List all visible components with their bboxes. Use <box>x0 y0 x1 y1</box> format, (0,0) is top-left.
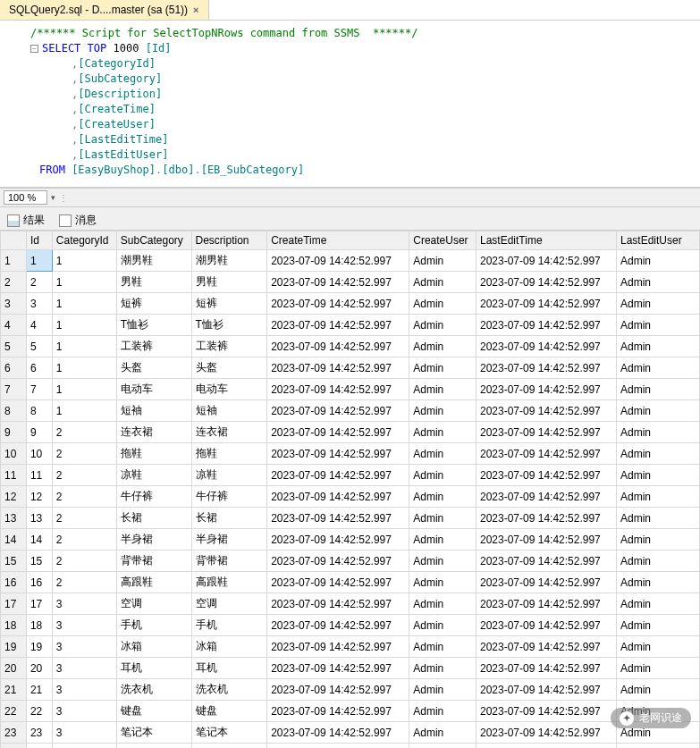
cell-id[interactable]: 22 <box>26 701 52 722</box>
cell-lastedittime[interactable]: 2023-07-09 14:42:52.997 <box>476 529 616 550</box>
row-header[interactable]: 17 <box>1 593 27 615</box>
cell-id[interactable]: 14 <box>26 529 52 550</box>
column-header-subcategory[interactable]: SubCategory <box>116 231 191 250</box>
table-row[interactable]: 19193冰箱冰箱2023-07-09 14:42:52.997Admin202… <box>1 636 700 658</box>
cell-description[interactable]: 工装裤 <box>191 336 267 357</box>
cell-description[interactable]: T恤衫 <box>191 315 267 336</box>
cell-lastedituser[interactable]: Admin <box>616 486 699 508</box>
cell-createuser[interactable]: Admin <box>409 679 477 701</box>
zoom-select[interactable]: 100 % <box>4 190 47 205</box>
results-grid[interactable]: IdCategoryIdSubCategoryDescriptionCreate… <box>0 231 700 748</box>
cell-categoryid[interactable]: 3 <box>52 679 116 701</box>
cell-subcategory[interactable]: 键盘 <box>116 701 191 722</box>
cell-lastedituser[interactable]: Admin <box>616 593 699 615</box>
cell-description[interactable]: 牛仔裤 <box>191 486 267 508</box>
table-row[interactable]: 18183手机手机2023-07-09 14:42:52.997Admin202… <box>1 615 700 636</box>
cell-categoryid[interactable]: 3 <box>52 701 116 722</box>
cell-categoryid[interactable]: 2 <box>52 572 116 593</box>
cell-lastedituser[interactable]: Admin <box>616 679 699 701</box>
cell-id[interactable]: 7 <box>26 379 52 400</box>
cell-categoryid[interactable]: 1 <box>52 336 116 357</box>
cell-lastedituser[interactable]: Admin <box>616 529 699 550</box>
cell-lastedittime[interactable]: 2023-07-09 14:42:52.997 <box>476 293 616 315</box>
cell-lastedittime[interactable]: 2023-07-09 14:42:52.997 <box>476 508 616 529</box>
table-row[interactable]: 20203耳机耳机2023-07-09 14:42:52.997Admin202… <box>1 658 700 679</box>
cell-id[interactable]: 10 <box>26 443 52 465</box>
table-row[interactable]: 221男鞋男鞋2023-07-09 14:42:52.997Admin2023-… <box>1 272 700 293</box>
cell-id[interactable]: 18 <box>26 615 52 636</box>
cell-subcategory[interactable]: 连衣裙 <box>116 422 191 443</box>
cell-description[interactable]: 高跟鞋 <box>191 572 267 593</box>
cell-id[interactable]: 4 <box>26 315 52 336</box>
cell-lastedittime[interactable]: 2023-07-09 14:42:52.997 <box>476 400 616 422</box>
row-header[interactable]: 5 <box>1 336 27 357</box>
cell-lastedittime[interactable]: 2023-07-09 14:42:52.997 <box>476 593 616 615</box>
row-header[interactable]: 1 <box>1 250 27 272</box>
table-row[interactable]: 16162高跟鞋高跟鞋2023-07-09 14:42:52.997Admin2… <box>1 572 700 593</box>
cell-description[interactable]: 电动车 <box>191 379 267 400</box>
table-row[interactable]: 24243台式机台式机2023-07-09 14:42:52.997Admin2… <box>1 744 700 749</box>
cell-id[interactable]: 16 <box>26 572 52 593</box>
row-header[interactable]: 8 <box>1 400 27 422</box>
cell-createtime[interactable]: 2023-07-09 14:42:52.997 <box>267 679 409 701</box>
cell-categoryid[interactable]: 1 <box>52 315 116 336</box>
cell-lastedittime[interactable]: 2023-07-09 14:42:52.997 <box>476 250 616 272</box>
cell-createtime[interactable]: 2023-07-09 14:42:52.997 <box>267 422 409 443</box>
column-header-createuser[interactable]: CreateUser <box>409 231 477 250</box>
cell-id[interactable]: 13 <box>26 508 52 529</box>
splitter-grip-icon[interactable]: ⋮ <box>59 193 68 203</box>
cell-lastedittime[interactable]: 2023-07-09 14:42:52.997 <box>476 722 616 744</box>
sql-editor[interactable]: /****** Script for SelectTopNRows comman… <box>0 21 700 188</box>
cell-lastedittime[interactable]: 2023-07-09 14:42:52.997 <box>476 357 616 379</box>
cell-description[interactable]: 短袖 <box>191 400 267 422</box>
cell-lastedittime[interactable]: 2023-07-09 14:42:52.997 <box>476 744 616 749</box>
table-row[interactable]: 17173空调空调2023-07-09 14:42:52.997Admin202… <box>1 593 700 615</box>
cell-description[interactable]: 冰箱 <box>191 636 267 658</box>
column-header-createtime[interactable]: CreateTime <box>267 231 409 250</box>
cell-lastedittime[interactable]: 2023-07-09 14:42:52.997 <box>476 615 616 636</box>
cell-subcategory[interactable]: 手机 <box>116 615 191 636</box>
cell-description[interactable]: 连衣裙 <box>191 422 267 443</box>
cell-lastedittime[interactable]: 2023-07-09 14:42:52.997 <box>476 315 616 336</box>
cell-categoryid[interactable]: 1 <box>52 250 116 272</box>
cell-id[interactable]: 19 <box>26 636 52 658</box>
cell-description[interactable]: 头盔 <box>191 357 267 379</box>
cell-createtime[interactable]: 2023-07-09 14:42:52.997 <box>267 615 409 636</box>
cell-lastedituser[interactable]: Admin <box>616 315 699 336</box>
cell-subcategory[interactable]: T恤衫 <box>116 315 191 336</box>
table-row[interactable]: 22223键盘键盘2023-07-09 14:42:52.997Admin202… <box>1 701 700 722</box>
cell-lastedituser[interactable]: Admin <box>616 336 699 357</box>
cell-categoryid[interactable]: 1 <box>52 379 116 400</box>
cell-lastedittime[interactable]: 2023-07-09 14:42:52.997 <box>476 379 616 400</box>
cell-lastedituser[interactable]: Admin <box>616 550 699 572</box>
cell-id[interactable]: 17 <box>26 593 52 615</box>
row-header[interactable]: 12 <box>1 486 27 508</box>
row-header[interactable]: 22 <box>1 701 27 722</box>
cell-createtime[interactable]: 2023-07-09 14:42:52.997 <box>267 722 409 744</box>
cell-lastedituser[interactable]: Admin <box>616 272 699 293</box>
cell-subcategory[interactable]: 头盔 <box>116 357 191 379</box>
cell-categoryid[interactable]: 3 <box>52 615 116 636</box>
row-header[interactable]: 7 <box>1 379 27 400</box>
cell-createuser[interactable]: Admin <box>409 593 477 615</box>
table-row[interactable]: 15152背带裙背带裙2023-07-09 14:42:52.997Admin2… <box>1 550 700 572</box>
row-header[interactable]: 3 <box>1 293 27 315</box>
column-header-lastedituser[interactable]: LastEditUser <box>616 231 699 250</box>
cell-subcategory[interactable]: 背带裙 <box>116 550 191 572</box>
cell-createuser[interactable]: Admin <box>409 357 477 379</box>
cell-lastedittime[interactable]: 2023-07-09 14:42:52.997 <box>476 550 616 572</box>
cell-createtime[interactable]: 2023-07-09 14:42:52.997 <box>267 465 409 486</box>
cell-description[interactable]: 手机 <box>191 615 267 636</box>
cell-createuser[interactable]: Admin <box>409 486 477 508</box>
cell-lastedituser[interactable]: Admin <box>616 443 699 465</box>
cell-createtime[interactable]: 2023-07-09 14:42:52.997 <box>267 250 409 272</box>
table-row[interactable]: 441T恤衫T恤衫2023-07-09 14:42:52.997Admin202… <box>1 315 700 336</box>
cell-id[interactable]: 20 <box>26 658 52 679</box>
cell-createuser[interactable]: Admin <box>409 701 477 722</box>
table-row[interactable]: 10102拖鞋拖鞋2023-07-09 14:42:52.997Admin202… <box>1 443 700 465</box>
cell-lastedituser[interactable]: Admin <box>616 572 699 593</box>
table-row[interactable]: 331短裤短裤2023-07-09 14:42:52.997Admin2023-… <box>1 293 700 315</box>
cell-id[interactable]: 21 <box>26 679 52 701</box>
cell-categoryid[interactable]: 3 <box>52 722 116 744</box>
cell-createtime[interactable]: 2023-07-09 14:42:52.997 <box>267 379 409 400</box>
